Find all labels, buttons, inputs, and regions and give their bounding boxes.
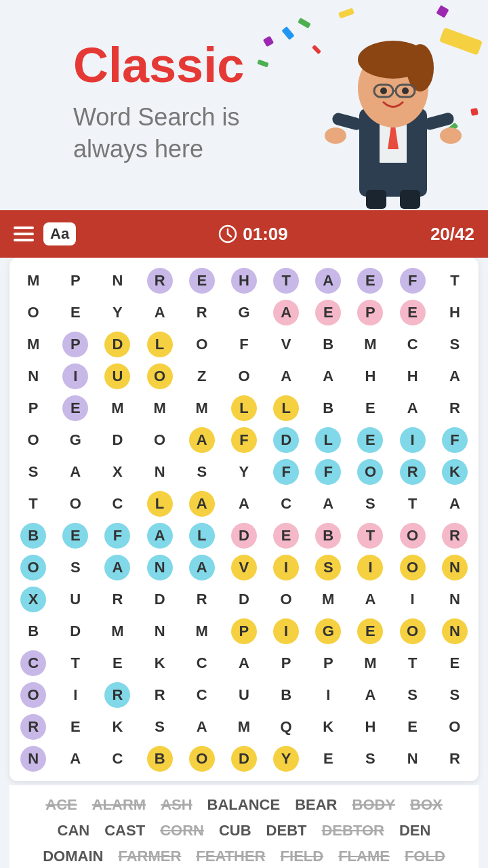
grid-cell[interactable]: R <box>434 743 476 774</box>
grid-cell[interactable]: S <box>434 679 476 711</box>
grid-cell[interactable]: H <box>349 711 391 743</box>
grid-cell[interactable]: O <box>139 424 181 456</box>
grid-cell[interactable]: I <box>265 551 307 583</box>
grid-cell[interactable]: E <box>54 519 96 551</box>
grid-cell[interactable]: O <box>181 328 223 360</box>
grid-cell[interactable]: T <box>265 264 307 296</box>
grid-cell[interactable]: F <box>434 424 476 456</box>
grid-cell[interactable]: N <box>434 615 476 647</box>
grid-cell[interactable]: B <box>307 519 349 551</box>
grid-cell[interactable]: E <box>96 647 138 679</box>
grid-cell[interactable]: O <box>181 743 223 774</box>
grid-cell[interactable]: F <box>265 456 307 488</box>
grid-cell[interactable]: G <box>54 424 96 456</box>
grid-cell[interactable]: E <box>54 711 96 743</box>
grid-cell[interactable]: I <box>307 679 349 711</box>
grid-cell[interactable]: F <box>307 456 349 488</box>
grid-cell[interactable]: R <box>181 583 223 615</box>
grid-cell[interactable]: Y <box>223 456 265 488</box>
grid-cell[interactable]: A <box>96 551 138 583</box>
grid-cell[interactable]: C <box>392 328 434 360</box>
grid-cell[interactable]: D <box>139 583 181 615</box>
grid-cell[interactable]: T <box>54 647 96 679</box>
grid-cell[interactable]: O <box>434 711 476 743</box>
grid-cell[interactable]: P <box>223 615 265 647</box>
grid-cell[interactable]: I <box>54 679 96 711</box>
grid-cell[interactable]: I <box>349 551 391 583</box>
grid-cell[interactable]: O <box>265 583 307 615</box>
grid-cell[interactable]: N <box>12 743 54 774</box>
grid-cell[interactable]: L <box>265 392 307 424</box>
grid-cell[interactable]: B <box>12 519 54 551</box>
grid-cell[interactable]: H <box>392 360 434 392</box>
grid-cell[interactable]: E <box>307 296 349 328</box>
grid-cell[interactable]: O <box>12 296 54 328</box>
grid-cell[interactable]: N <box>139 615 181 647</box>
grid-cell[interactable]: E <box>265 519 307 551</box>
grid-cell[interactable]: D <box>96 328 138 360</box>
grid-table[interactable]: MPNREHTAEFTOEYARGAEPEHMPDLOFVBMCSNIUOZOA… <box>12 264 476 774</box>
grid-cell[interactable]: V <box>265 328 307 360</box>
grid-cell[interactable]: P <box>349 296 391 328</box>
grid-cell[interactable]: R <box>434 519 476 551</box>
grid-cell[interactable]: A <box>223 647 265 679</box>
grid-cell[interactable]: Z <box>181 360 223 392</box>
grid-cell[interactable]: M <box>12 328 54 360</box>
grid-cell[interactable]: H <box>349 360 391 392</box>
grid-cell[interactable]: A <box>54 743 96 774</box>
grid-cell[interactable]: R <box>181 296 223 328</box>
grid-cell[interactable]: I <box>392 424 434 456</box>
grid-cell[interactable]: T <box>349 519 391 551</box>
grid-cell[interactable]: S <box>181 456 223 488</box>
grid-cell[interactable]: A <box>139 296 181 328</box>
grid-cell[interactable]: C <box>181 647 223 679</box>
grid-cell[interactable]: R <box>434 392 476 424</box>
grid-cell[interactable]: A <box>181 551 223 583</box>
grid-cell[interactable]: S <box>54 551 96 583</box>
grid-cell[interactable]: I <box>265 615 307 647</box>
grid-cell[interactable]: T <box>392 647 434 679</box>
grid-cell[interactable]: A <box>349 583 391 615</box>
grid-cell[interactable]: M <box>223 711 265 743</box>
grid-cell[interactable]: N <box>139 551 181 583</box>
grid-cell[interactable]: O <box>139 360 181 392</box>
grid-cell[interactable]: Y <box>96 296 138 328</box>
grid-cell[interactable]: F <box>96 519 138 551</box>
grid-cell[interactable]: B <box>12 615 54 647</box>
grid-cell[interactable]: C <box>265 488 307 519</box>
grid-cell[interactable]: A <box>434 488 476 519</box>
grid-cell[interactable]: K <box>139 647 181 679</box>
grid-cell[interactable]: U <box>96 360 138 392</box>
grid-cell[interactable]: A <box>265 360 307 392</box>
grid-cell[interactable]: M <box>181 392 223 424</box>
grid-cell[interactable]: S <box>12 456 54 488</box>
grid-cell[interactable]: O <box>12 424 54 456</box>
grid-cell[interactable]: N <box>96 264 138 296</box>
grid-cell[interactable]: R <box>96 679 138 711</box>
grid-cell[interactable]: P <box>54 264 96 296</box>
grid-cell[interactable]: M <box>349 647 391 679</box>
grid-cell[interactable]: A <box>265 296 307 328</box>
grid-cell[interactable]: A <box>307 488 349 519</box>
grid-cell[interactable]: B <box>307 392 349 424</box>
grid-cell[interactable]: E <box>349 424 391 456</box>
grid-cell[interactable]: A <box>181 424 223 456</box>
word-search-grid[interactable]: MPNREHTAEFTOEYARGAEPEHMPDLOFVBMCSNIUOZOA… <box>9 258 479 781</box>
grid-cell[interactable]: S <box>349 488 391 519</box>
grid-cell[interactable]: O <box>392 615 434 647</box>
grid-cell[interactable]: D <box>54 615 96 647</box>
grid-cell[interactable]: H <box>434 296 476 328</box>
grid-cell[interactable]: E <box>54 296 96 328</box>
grid-cell[interactable]: D <box>223 519 265 551</box>
grid-cell[interactable]: D <box>223 583 265 615</box>
grid-cell[interactable]: L <box>139 328 181 360</box>
grid-cell[interactable]: L <box>181 519 223 551</box>
grid-cell[interactable]: E <box>349 392 391 424</box>
grid-cell[interactable]: P <box>12 392 54 424</box>
grid-cell[interactable]: A <box>139 519 181 551</box>
grid-cell[interactable]: E <box>307 743 349 774</box>
grid-cell[interactable]: M <box>307 583 349 615</box>
grid-cell[interactable]: R <box>12 711 54 743</box>
grid-cell[interactable]: S <box>349 743 391 774</box>
grid-cell[interactable]: P <box>307 647 349 679</box>
